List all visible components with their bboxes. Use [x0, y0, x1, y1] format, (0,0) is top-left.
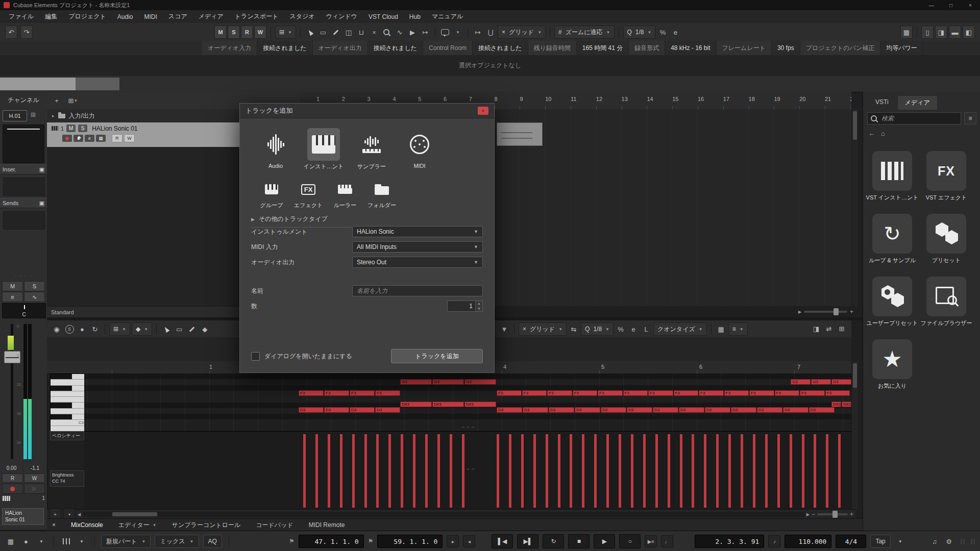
media-tab-メディア[interactable]: メディア — [898, 96, 937, 110]
menu-item-MIDI[interactable]: MIDI — [139, 11, 163, 22]
channel-preset-button[interactable]: H.01 — [3, 110, 27, 121]
fader-level-value[interactable]: 0.00 — [0, 463, 23, 472]
lane-resize-handle[interactable]: ‒ ‒ ‒ — [462, 424, 475, 430]
track-instrument-icon[interactable]: ▦ — [96, 135, 106, 142]
midi-note[interactable]: F3 — [324, 390, 349, 396]
velocity-bar[interactable] — [364, 434, 367, 508]
snap-icon[interactable]: ⋃ — [485, 26, 496, 38]
midi-note[interactable]: F3 — [547, 390, 572, 396]
right-zone-toggle-icon[interactable]: ◧ — [963, 26, 975, 39]
scroll-right-icon[interactable]: ▶ — [806, 512, 810, 517]
maximize-button[interactable]: □ — [941, 0, 961, 10]
tab-サンプラーコントロール[interactable]: サンプラーコントロール — [172, 521, 241, 530]
loop-icon[interactable]: ↻ — [89, 323, 101, 335]
horizontal-zoom-control[interactable]: ▶ + — [796, 307, 855, 317]
scrub-tool-icon[interactable]: ↦ — [420, 26, 431, 38]
length-quantize-dropdown[interactable]: クオンタイズ▼ — [653, 322, 707, 336]
inserts-section[interactable]: Inser.▣ — [0, 164, 47, 174]
pan-control[interactable]: C — [2, 303, 46, 318]
piano-key-G#3[interactable] — [51, 374, 85, 380]
zoom-slider[interactable] — [804, 311, 847, 313]
midi-note[interactable]: F3 — [573, 390, 598, 396]
midi-note[interactable]: G3 — [791, 379, 811, 385]
hscroll-thumb[interactable] — [112, 512, 157, 516]
channel-record-enable-button[interactable] — [2, 484, 23, 494]
track-count-value[interactable]: 1 — [448, 301, 475, 311]
velocity-bar[interactable] — [388, 434, 391, 508]
scroll-left-icon[interactable]: ◀ — [78, 512, 81, 517]
velocity-bar[interactable] — [606, 434, 609, 508]
overview-part[interactable] — [76, 78, 119, 90]
track-type-audio[interactable]: Audio — [257, 128, 294, 170]
midi-note[interactable]: D3 — [549, 407, 574, 413]
grid-type-dropdown[interactable]: ×グリッド▼ — [498, 26, 546, 39]
velocity-bar[interactable] — [303, 434, 306, 508]
velocity-bar[interactable] — [425, 434, 428, 508]
redo-icon[interactable]: ↷ — [20, 26, 33, 39]
piano-key-E3[interactable] — [51, 397, 85, 403]
record-mode-dropdown-icon[interactable]: ▼ — [36, 535, 47, 547]
quantize-panel-icon[interactable]: e — [670, 26, 681, 38]
media-tile-presets[interactable]: プリセット — [926, 214, 966, 277]
track-name-input[interactable] — [352, 285, 483, 296]
midi-note[interactable]: F3 — [674, 390, 699, 396]
velocity-bar[interactable] — [558, 434, 560, 508]
editor-window-icon[interactable]: ⊞ — [836, 322, 847, 335]
stop-button[interactable]: ■ — [568, 534, 590, 548]
inserts-expand-icon[interactable]: ▣ — [39, 166, 44, 173]
tempo-track-icon[interactable]: ♪ — [768, 535, 780, 547]
velocity-bar[interactable] — [838, 434, 841, 508]
velocity-lane-label[interactable]: ベロシティー — [50, 431, 84, 440]
midi-note[interactable]: D3 — [731, 407, 756, 413]
draw-tool-icon[interactable] — [330, 26, 341, 38]
record-mode-icon[interactable]: ● — [20, 535, 32, 547]
autoscroll-icon[interactable]: ↦ — [472, 26, 483, 38]
midi-note[interactable]: D3 — [324, 407, 349, 413]
midi-note[interactable]: F3 — [749, 390, 774, 396]
setup-toolbar-icon[interactable]: ▦ — [900, 26, 913, 39]
insert-mode-dropdown[interactable]: 新規パート▼ — [101, 535, 151, 548]
back-icon[interactable]: ← — [868, 130, 875, 137]
count-down-icon[interactable]: ▼ — [476, 306, 482, 311]
velocity-bar[interactable] — [533, 434, 536, 508]
info-segment[interactable]: Control Room接続されました — [423, 41, 528, 55]
punch-in-icon[interactable]: ▸ — [447, 535, 459, 547]
add-track-button[interactable]: トラックを追加 — [391, 349, 483, 363]
bottom-zone-toggle-icon[interactable]: ▬ — [949, 26, 961, 39]
overview-visible-range[interactable] — [0, 78, 76, 90]
velocity-bar[interactable] — [437, 434, 440, 508]
record-in-editor-icon[interactable]: ● — [77, 323, 88, 335]
midi-note[interactable]: D3 — [653, 407, 678, 413]
velocity-bar[interactable] — [594, 434, 597, 508]
midi-note[interactable]: F3 — [825, 390, 850, 396]
piano-key-F3[interactable] — [51, 391, 85, 397]
velocity-bar[interactable] — [802, 434, 804, 508]
follow-playback-icon[interactable]: ▶≡ — [645, 535, 657, 547]
midi-note[interactable]: F3 — [598, 390, 623, 396]
go-to-start-button[interactable]: ▌◀ — [492, 534, 513, 548]
media-tile-user-presets[interactable]: ユーザープリセット — [867, 277, 918, 339]
midi-note[interactable]: D3 — [627, 407, 652, 413]
track-edit-button[interactable]: e — [85, 135, 94, 142]
left-locator-display[interactable]: 47. 1. 1. 0 — [299, 535, 364, 548]
midi-note[interactable]: F3 — [375, 390, 400, 396]
velocity-bar[interactable] — [546, 434, 548, 508]
media-tile-file-browser[interactable]: ファイルブラウザー — [920, 277, 972, 339]
midi-note[interactable]: D3 — [809, 407, 835, 413]
midi-note[interactable]: F3 — [497, 390, 522, 396]
velocity-bar[interactable] — [668, 434, 670, 508]
media-tile-loops-samples[interactable]: ↻ループ & サンプル — [869, 214, 916, 277]
step-down-icon[interactable]: ▼ — [499, 323, 510, 335]
velocity-bar[interactable] — [704, 434, 706, 508]
io-collapse-icon[interactable]: ▸ — [52, 113, 55, 118]
velocity-bar[interactable] — [790, 434, 792, 508]
sends-expand-icon[interactable]: ▣ — [39, 200, 44, 207]
menu-item-VST Cloud[interactable]: VST Cloud — [363, 11, 404, 22]
metronome-click-icon[interactable]: ♩ — [661, 535, 673, 547]
channel-write-button[interactable]: W — [24, 473, 45, 483]
tap-dropdown-icon[interactable]: ▼ — [895, 535, 906, 547]
mixer-icon[interactable] — [61, 535, 72, 547]
track-record-enable-button[interactable] — [62, 135, 72, 142]
solo-editor-icon[interactable]: ◉ — [51, 323, 62, 335]
menu-item-Hub[interactable]: Hub — [404, 11, 426, 22]
